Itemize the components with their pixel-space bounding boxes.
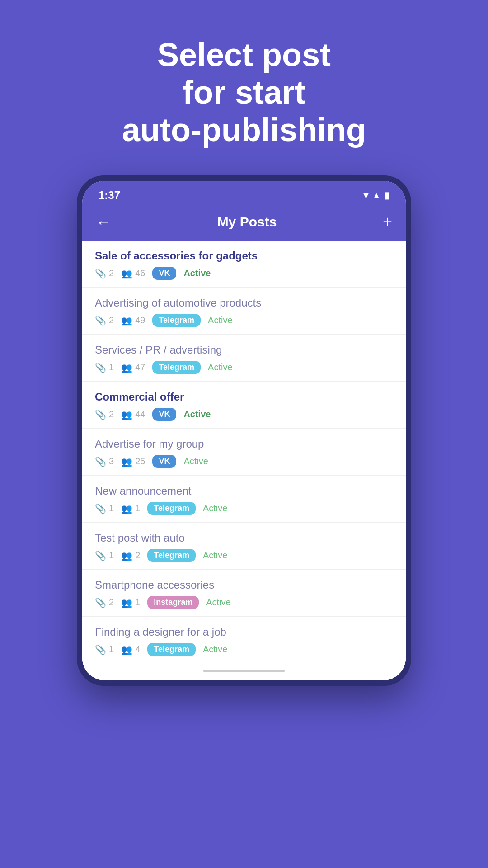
post-item-8[interactable]: Smartphone accessories 📎 2 👥 1 Instagram… <box>82 570 406 617</box>
post-item-4[interactable]: Commercial offer 📎 2 👥 44 VK Active <box>82 382 406 429</box>
groups-7: 👥 2 <box>121 550 140 561</box>
groups-5: 👥 25 <box>121 456 145 467</box>
status-badge-6: Active <box>203 503 227 514</box>
post-item-3[interactable]: Services / PR / advertising 📎 1 👥 47 Tel… <box>82 335 406 382</box>
status-badge-1: Active <box>183 268 211 278</box>
paperclip-icon: 📎 <box>95 315 106 326</box>
people-icon: 👥 <box>121 268 132 279</box>
attachments-9: 📎 1 <box>95 644 114 655</box>
paperclip-icon: 📎 <box>95 550 106 561</box>
groups-8: 👥 1 <box>121 597 140 608</box>
status-badge-3: Active <box>208 362 232 373</box>
status-badge-7: Active <box>203 550 227 561</box>
groups-3: 👥 47 <box>121 362 145 373</box>
status-badge-2: Active <box>208 315 232 326</box>
attachments-2: 📎 2 <box>95 315 114 326</box>
wifi-icon: ▾ <box>363 189 368 201</box>
attachments-8: 📎 2 <box>95 597 114 608</box>
headline-line2: for start <box>183 74 305 110</box>
groups-4: 👥 44 <box>121 409 145 420</box>
post-title-7: Test post with auto <box>95 532 393 544</box>
headline-line1: Select post <box>157 37 331 73</box>
groups-1: 👥 46 <box>121 268 145 279</box>
groups-6: 👥 1 <box>121 503 140 514</box>
post-item-7[interactable]: Test post with auto 📎 1 👥 2 Telegram Act… <box>82 523 406 570</box>
status-bar: 1:37 ▾ ▲ ▮ <box>82 181 406 206</box>
post-title-6: New announcement <box>95 485 393 497</box>
page-title: My Posts <box>217 214 277 230</box>
attachments-7: 📎 1 <box>95 550 114 561</box>
paperclip-icon: 📎 <box>95 503 106 514</box>
status-badge-8: Active <box>206 597 230 608</box>
people-icon: 👥 <box>121 456 132 467</box>
platform-badge-6: Telegram <box>147 502 196 515</box>
post-title-1: Sale of accessories for gadgets <box>95 250 393 262</box>
platform-badge-1: VK <box>152 267 176 280</box>
people-icon: 👥 <box>121 644 132 655</box>
groups-2: 👥 49 <box>121 315 145 326</box>
platform-badge-5: VK <box>152 455 176 468</box>
post-meta-4: 📎 2 👥 44 VK Active <box>95 408 393 421</box>
status-badge-9: Active <box>203 644 227 655</box>
phone-wrapper: 1:37 ▾ ▲ ▮ ← My Posts + Sale of accessor… <box>77 175 411 686</box>
post-item-9[interactable]: Finding a designer for a job 📎 1 👥 4 Tel… <box>82 617 406 663</box>
headline: Select post for start auto-publishing <box>95 36 393 148</box>
platform-badge-9: Telegram <box>147 643 196 656</box>
posts-list: Sale of accessories for gadgets 📎 2 👥 46… <box>82 241 406 663</box>
add-button[interactable]: + <box>383 212 392 231</box>
attachments-4: 📎 2 <box>95 409 114 420</box>
people-icon: 👥 <box>121 597 132 608</box>
paperclip-icon: 📎 <box>95 644 106 655</box>
status-badge-4: Active <box>183 409 211 420</box>
attachments-5: 📎 3 <box>95 456 114 467</box>
post-item-1[interactable]: Sale of accessories for gadgets 📎 2 👥 46… <box>82 241 406 288</box>
post-meta-5: 📎 3 👥 25 VK Active <box>95 455 393 468</box>
status-icons: ▾ ▲ ▮ <box>363 189 389 201</box>
post-title-9: Finding a designer for a job <box>95 626 393 638</box>
paperclip-icon: 📎 <box>95 456 106 467</box>
post-meta-3: 📎 1 👥 47 Telegram Active <box>95 361 393 374</box>
post-item-2[interactable]: Advertising of automotive products 📎 2 👥… <box>82 288 406 335</box>
people-icon: 👥 <box>121 503 132 514</box>
attachments-1: 📎 2 <box>95 268 114 279</box>
people-icon: 👥 <box>121 362 132 373</box>
platform-badge-2: Telegram <box>152 314 201 327</box>
platform-badge-7: Telegram <box>147 549 196 562</box>
back-button[interactable]: ← <box>96 213 111 231</box>
post-title-8: Smartphone accessories <box>95 579 393 591</box>
signal-icon: ▲ <box>372 190 381 201</box>
post-title-2: Advertising of automotive products <box>95 297 393 309</box>
attachments-3: 📎 1 <box>95 362 114 373</box>
paperclip-icon: 📎 <box>95 409 106 420</box>
home-bar <box>203 670 285 672</box>
paperclip-icon: 📎 <box>95 362 106 373</box>
post-item-6[interactable]: New announcement 📎 1 👥 1 Telegram Active <box>82 476 406 523</box>
post-meta-9: 📎 1 👥 4 Telegram Active <box>95 643 393 656</box>
app-header: ← My Posts + <box>82 206 406 241</box>
post-meta-2: 📎 2 👥 49 Telegram Active <box>95 314 393 327</box>
phone-inner: 1:37 ▾ ▲ ▮ ← My Posts + Sale of accessor… <box>82 181 406 680</box>
post-title-5: Advertise for my group <box>95 438 393 450</box>
post-meta-6: 📎 1 👥 1 Telegram Active <box>95 502 393 515</box>
post-title-4: Commercial offer <box>95 391 393 403</box>
people-icon: 👥 <box>121 550 132 561</box>
paperclip-icon: 📎 <box>95 268 106 279</box>
attachments-6: 📎 1 <box>95 503 114 514</box>
headline-line3: auto-publishing <box>122 112 366 148</box>
post-item-5[interactable]: Advertise for my group 📎 3 👥 25 VK Activ… <box>82 429 406 476</box>
paperclip-icon: 📎 <box>95 597 106 608</box>
home-indicator <box>82 663 406 680</box>
post-meta-7: 📎 1 👥 2 Telegram Active <box>95 549 393 562</box>
status-badge-5: Active <box>183 456 208 467</box>
post-meta-1: 📎 2 👥 46 VK Active <box>95 267 393 280</box>
groups-9: 👥 4 <box>121 644 140 655</box>
platform-badge-4: VK <box>152 408 176 421</box>
people-icon: 👥 <box>121 315 132 326</box>
platform-badge-3: Telegram <box>152 361 201 374</box>
battery-icon: ▮ <box>385 190 389 201</box>
status-time: 1:37 <box>99 189 120 202</box>
post-title-3: Services / PR / advertising <box>95 344 393 356</box>
platform-badge-8: Instagram <box>147 596 199 609</box>
post-meta-8: 📎 2 👥 1 Instagram Active <box>95 596 393 609</box>
people-icon: 👥 <box>121 409 132 420</box>
